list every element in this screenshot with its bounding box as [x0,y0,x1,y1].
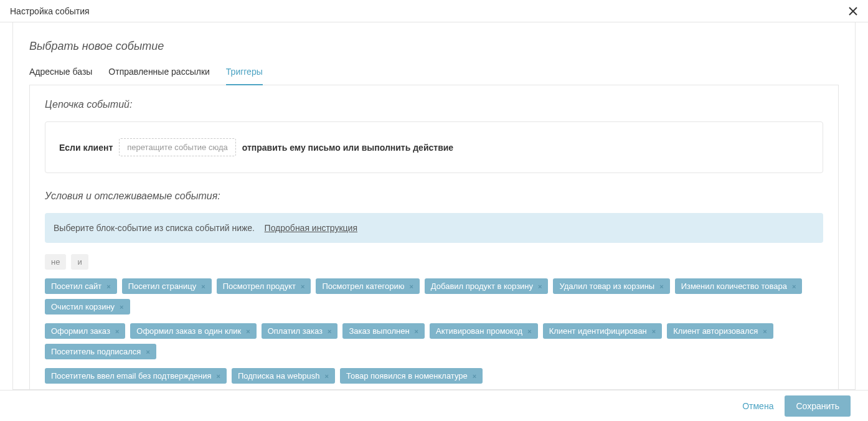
modal-title: Настройка события [10,6,90,16]
event-tag[interactable]: Клиент идентифицирован× [543,323,663,339]
close-icon[interactable]: × [146,348,149,356]
chain-suffix: отправить ему письмо или выполнить дейст… [242,143,453,153]
cancel-button[interactable]: Отмена [742,401,773,411]
event-label: Посетил страницу [128,281,197,291]
info-box: Выберите блок-событие из списка событий … [45,213,823,243]
close-icon[interactable]: × [538,283,542,290]
events-row-2: Оформил заказ× Оформил заказ в один клик… [45,323,823,359]
info-link[interactable]: Подробная инструкция [265,223,357,233]
event-tag[interactable]: Подписка на webpush× [232,368,335,384]
event-tag[interactable]: Очистил корзину× [45,299,130,315]
event-label: Посетитель подписался [51,347,141,356]
event-label: Посмотрел категорию [322,281,404,291]
event-tag[interactable]: Посетил сайт× [45,278,117,294]
close-icon[interactable]: × [659,283,663,290]
event-label: Очистил корзину [51,302,115,311]
event-tag[interactable]: Посетитель подписался× [45,344,156,359]
event-label: Удалил товар из корзины [559,281,654,291]
event-label: Клиент авторизовался [673,326,758,336]
close-icon[interactable]: × [763,328,767,335]
chain-box: Если клиент перетащите событие сюда отпр… [45,121,823,173]
tab-triggers[interactable]: Триггеры [226,67,263,85]
tab-address-bases[interactable]: Адресные базы [29,67,92,85]
modal-body: Выбрать новое событие Адресные базы Отпр… [0,22,868,390]
event-label: Оформил заказ [51,326,110,336]
event-label: Подписка на webpush [238,371,320,381]
close-icon[interactable] [848,6,858,16]
close-icon[interactable]: × [201,283,205,290]
events-row-3: Посетитель ввел email без подтверждения×… [45,368,823,384]
event-tag[interactable]: Заказ выполнен× [342,323,425,339]
event-tag[interactable]: Посмотрел категорию× [316,278,419,294]
event-label: Заказ выполнен [349,326,409,336]
event-tag[interactable]: Добавил продукт в корзину× [425,278,549,294]
event-tag[interactable]: Активирован промокод× [430,323,538,339]
event-tag[interactable]: Посетитель ввел email без подтверждения× [45,368,227,384]
save-button[interactable]: Сохранить [785,395,851,417]
event-tag[interactable]: Товар появился в номенклатуре× [340,368,483,384]
operator-not[interactable]: не [45,254,66,270]
events-row-1: Посетил сайт× Посетил страницу× Посмотре… [45,278,823,315]
event-tag[interactable]: Оформил заказ в один клик× [130,323,256,339]
close-icon[interactable]: × [328,328,331,335]
event-label: Активирован промокод [436,326,522,336]
tabs: Адресные базы Отправленные рассылки Триг… [29,67,839,85]
close-icon[interactable]: × [792,283,796,290]
event-label: Добавил продукт в корзину [431,281,533,291]
event-tag[interactable]: Оплатил заказ× [262,323,338,339]
close-icon[interactable]: × [652,328,656,335]
event-label: Изменил количество товара [681,281,787,291]
operator-and[interactable]: и [71,254,88,270]
modal-header: Настройка события [0,0,868,22]
close-icon[interactable]: × [409,283,413,290]
event-label: Товар появился в номенклатуре [346,371,468,381]
close-icon[interactable]: × [106,283,110,290]
tab-sent-campaigns[interactable]: Отправленные рассылки [108,67,209,85]
conditions-title: Условия и отслеживаемые события: [45,191,823,202]
close-icon[interactable]: × [527,328,531,335]
close-icon[interactable]: × [325,372,329,380]
chain-title: Цепочка событий: [45,99,823,110]
tab-content: Цепочка событий: Если клиент перетащите … [29,85,839,390]
chain-prefix: Если клиент [59,143,113,153]
close-icon[interactable]: × [415,328,418,335]
modal-footer: Отмена Сохранить [0,390,868,421]
event-drop-zone[interactable]: перетащите событие сюда [119,138,235,156]
event-label: Посетитель ввел email без подтверждения [51,371,212,381]
event-tag[interactable]: Удалил товар из корзины× [553,278,669,294]
event-label: Оформил заказ в один клик [136,326,241,336]
section-title: Выбрать новое событие [29,40,839,53]
close-icon[interactable]: × [115,328,119,335]
event-label: Клиент идентифицирован [549,326,647,336]
event-label: Посетил сайт [51,281,101,291]
event-label: Посмотрел продукт [223,281,296,291]
close-icon[interactable]: × [246,328,250,335]
event-tag[interactable]: Посетил страницу× [122,278,212,294]
event-tag[interactable]: Изменил количество товара× [675,278,803,294]
close-icon[interactable]: × [217,372,220,380]
operator-row: не и [45,254,823,270]
event-label: Оплатил заказ [268,326,323,336]
event-tag[interactable]: Клиент авторизовался× [667,323,773,339]
close-icon[interactable]: × [301,283,304,290]
event-tag[interactable]: Посмотрел продукт× [217,278,311,294]
event-tag[interactable]: Оформил заказ× [45,323,125,339]
close-icon[interactable]: × [120,303,123,311]
close-icon[interactable]: × [473,372,476,380]
info-text: Выберите блок-событие из списка событий … [54,223,255,233]
content-panel: Выбрать новое событие Адресные базы Отпр… [12,22,856,390]
